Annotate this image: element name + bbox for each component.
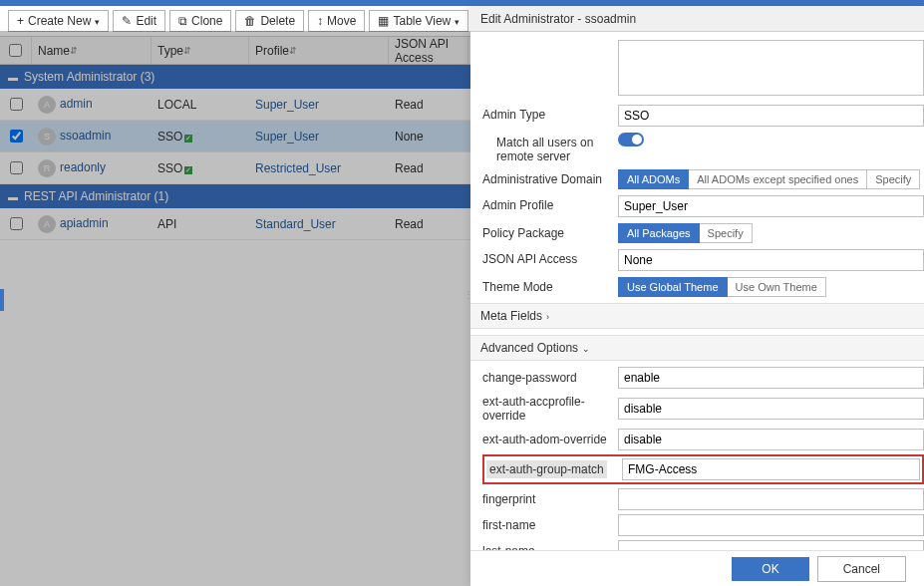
advanced-row: ext-auth-accprofile-override [482,393,924,425]
admin-name-link[interactable]: ssoadmin [60,129,111,143]
avatar: S [38,128,56,146]
seg-specify-package[interactable]: Specify [700,223,753,243]
column-name[interactable]: Name [32,37,152,64]
meta-fields-label: Meta Fields [480,309,542,323]
policy-package-segments: All Packages Specify [618,223,924,243]
advanced-input[interactable] [618,429,924,450]
sso-badge: ✓ [184,166,192,174]
cell-profile[interactable]: Super_User [249,98,389,112]
seg-all-adoms[interactable]: All ADOMs [618,169,689,189]
admin-name-link[interactable]: admin [60,97,93,111]
edit-button[interactable]: ✎Edit [113,10,165,32]
table-view-button[interactable]: ▦Table View [369,10,468,32]
seg-global-theme[interactable]: Use Global Theme [618,277,728,297]
json-api-label: JSON API Access [482,249,618,266]
admin-type-input[interactable] [618,105,924,127]
move-button[interactable]: ↕Move [308,10,365,32]
avatar: R [38,159,56,177]
admin-profile-input[interactable] [618,195,924,217]
column-json-api[interactable]: JSON API Access [389,37,468,64]
admin-type-label: Admin Type [482,105,618,122]
create-new-button[interactable]: +Create New [8,10,109,32]
delete-label: Delete [260,14,295,28]
advanced-options-section[interactable]: Advanced Options⌄ [470,335,924,361]
column-profile[interactable]: Profile [249,37,389,64]
create-new-label: Create New [28,14,91,28]
left-edge-indicator [0,289,4,311]
grid-icon: ▦ [378,14,389,28]
advanced-input[interactable] [618,367,924,389]
chevron-right-icon: › [546,312,549,322]
avatar: A [38,96,56,114]
match-all-toggle[interactable] [618,133,644,146]
cell-type: API [152,217,249,231]
seg-specify-domain[interactable]: Specify [867,169,920,189]
cell-profile[interactable]: Restricted_User [249,161,389,175]
admin-domain-segments: All ADOMs All ADOMs except specified one… [618,169,924,189]
admin-domain-label: Administrative Domain [482,169,618,186]
chevron-down-icon [455,14,460,28]
admin-name-link[interactable]: apiadmin [60,216,109,230]
edit-administrator-panel: Edit Administrator - ssoadmin Desc Admin… [470,6,924,586]
row-checkbox[interactable] [10,98,23,111]
advanced-label: first-name [482,516,618,534]
trash-icon: 🗑 [244,14,256,28]
select-all-checkbox[interactable] [9,44,22,57]
cell-profile[interactable]: Standard_User [249,217,389,231]
cell-json: Read [389,161,468,175]
seg-all-packages[interactable]: All Packages [618,223,700,243]
panel-body: Desc Admin Type Match all users on remot… [470,32,924,550]
chevron-down-icon: ⌄ [582,344,590,354]
description-textarea[interactable] [618,40,924,96]
panel-title: Edit Administrator - ssoadmin [470,6,924,32]
cell-json: Read [389,217,468,231]
collapse-icon: ▬ [8,191,18,202]
row-checkbox[interactable] [10,130,23,143]
advanced-row: ext-auth-group-match [482,454,924,484]
table-view-label: Table View [393,14,451,28]
delete-button[interactable]: 🗑Delete [235,10,304,32]
panel-footer: OK Cancel [470,550,924,586]
clone-button[interactable]: ⧉Clone [169,10,231,32]
advanced-row: first-name [482,514,924,536]
avatar: A [38,215,56,233]
cell-type: SSO✓ [152,161,249,175]
cell-profile[interactable]: Super_User [249,130,389,144]
cell-json: None [389,130,468,144]
seg-all-adoms-except[interactable]: All ADOMs except specified ones [689,169,867,189]
cell-type: SSO✓ [152,130,249,144]
advanced-options-label: Advanced Options [480,341,578,355]
advanced-label: fingerprint [482,490,618,508]
edit-icon: ✎ [122,14,132,28]
match-all-label: Match all users on remote server [482,133,618,163]
seg-own-theme[interactable]: Use Own Theme [728,277,826,297]
edit-label: Edit [136,14,156,28]
clone-icon: ⧉ [178,14,187,28]
meta-fields-section[interactable]: Meta Fields› [470,303,924,329]
advanced-input[interactable] [622,458,920,480]
advanced-row: change-password [482,367,924,389]
sso-badge: ✓ [184,135,192,143]
move-label: Move [327,14,356,28]
move-icon: ↕ [317,14,323,28]
group-title: REST API Administrator (1) [24,189,168,203]
policy-package-label: Policy Package [482,223,618,240]
advanced-input[interactable] [618,398,924,420]
cell-json: Read [389,98,468,112]
advanced-input[interactable] [618,540,924,550]
advanced-row: ext-auth-adom-override [482,429,924,450]
advanced-label: ext-auth-group-match [486,460,622,478]
cancel-button[interactable]: Cancel [817,556,906,582]
advanced-label: last-name [482,542,618,550]
advanced-input[interactable] [618,488,924,510]
json-api-input[interactable] [618,249,924,271]
admin-name-link[interactable]: readonly [60,160,106,174]
advanced-input[interactable] [618,514,924,536]
column-type[interactable]: Type [152,37,249,64]
row-checkbox[interactable] [10,217,23,230]
plus-icon: + [17,14,24,28]
ok-button[interactable]: OK [732,557,808,581]
advanced-label: ext-auth-adom-override [482,431,618,448]
row-checkbox[interactable] [10,161,23,174]
group-title: System Administrator (3) [24,70,154,84]
